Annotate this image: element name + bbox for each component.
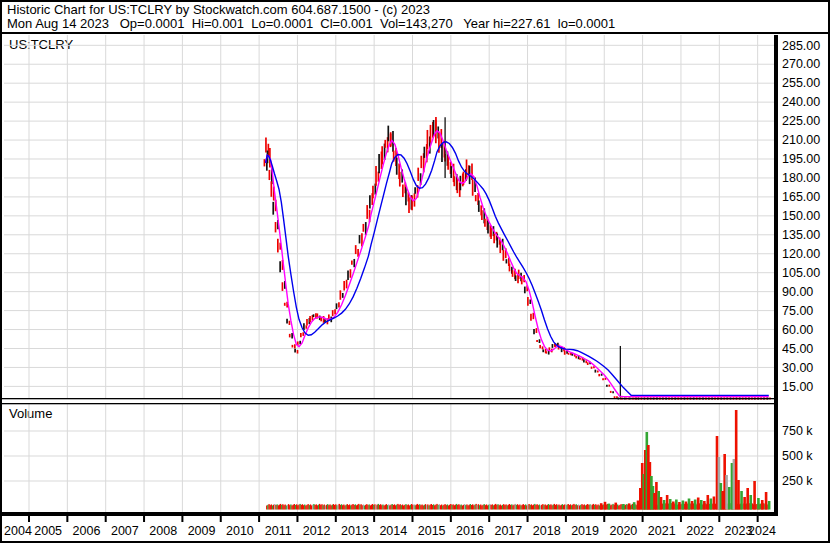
volume-bar bbox=[710, 499, 713, 510]
year-axis-label: 2005 bbox=[34, 524, 62, 538]
volume-bar bbox=[657, 491, 660, 510]
volume-bar bbox=[740, 491, 743, 510]
volume-bar bbox=[660, 497, 663, 510]
volume-bar bbox=[700, 500, 703, 510]
price-axis-label: 270.00 bbox=[782, 57, 820, 71]
year-axis-label: 2012 bbox=[303, 524, 331, 538]
x-axis-tick bbox=[450, 516, 452, 522]
price-axis-label: 150.00 bbox=[782, 209, 820, 223]
ma-slow-line bbox=[266, 142, 769, 396]
volume-axis-label: 500 k bbox=[782, 449, 813, 463]
year-axis-label: 2022 bbox=[686, 524, 714, 538]
year-axis-label: 2017 bbox=[494, 524, 522, 538]
volume-bar bbox=[746, 488, 749, 510]
year-axis-label: 2018 bbox=[533, 524, 561, 538]
x-axis-tick bbox=[565, 516, 567, 522]
year-axis-label: 2021 bbox=[648, 524, 676, 538]
volume-bar bbox=[604, 502, 607, 510]
year-axis-label: 2006 bbox=[73, 524, 101, 538]
volume-bar bbox=[735, 410, 738, 510]
ma-fast-line bbox=[266, 131, 769, 397]
volume-bar bbox=[637, 501, 640, 510]
price-axis-label: 285.00 bbox=[782, 39, 820, 53]
price-axis-label: 75.00 bbox=[782, 304, 813, 318]
volume-bar bbox=[753, 481, 756, 510]
volume-axis-label: 250 k bbox=[782, 474, 813, 488]
volume-bar bbox=[663, 500, 666, 510]
year-axis-label: 2009 bbox=[188, 524, 216, 538]
year-axis-label: 2015 bbox=[418, 524, 446, 538]
volume-bar bbox=[765, 492, 768, 510]
price-axis-label: 60.00 bbox=[782, 323, 813, 337]
price-axis-label: 45.00 bbox=[782, 342, 813, 356]
price-axis-label: 195.00 bbox=[782, 152, 820, 166]
volume-panel-top-border bbox=[2, 403, 778, 404]
x-axis-tick bbox=[488, 516, 490, 522]
x-axis-tick bbox=[296, 516, 298, 522]
volume-bar bbox=[633, 502, 636, 509]
volume-bar bbox=[614, 503, 617, 510]
price-axis-label: 180.00 bbox=[782, 171, 820, 185]
x-axis-tick bbox=[181, 516, 183, 522]
year-axis-label: 2013 bbox=[341, 524, 369, 538]
price-axis-label: 15.00 bbox=[782, 380, 813, 394]
volume-bar bbox=[666, 495, 669, 510]
x-axis-tick bbox=[603, 516, 605, 522]
x-axis-band bbox=[2, 512, 778, 516]
volume-bar bbox=[703, 501, 706, 510]
volume-bar bbox=[622, 504, 625, 510]
price-axis-label: 105.00 bbox=[782, 266, 820, 280]
price-axis-label: 135.00 bbox=[782, 228, 820, 242]
x-axis-tick bbox=[680, 516, 682, 522]
year-axis-label: 2014 bbox=[379, 524, 407, 538]
x-axis-tick bbox=[718, 516, 720, 522]
volume-axis-label: 750 k bbox=[782, 424, 813, 438]
volume-bar bbox=[675, 500, 678, 510]
historic-chart-window: Historic Chart for US:TCLRY by Stockwatc… bbox=[0, 0, 830, 543]
volume-bar bbox=[600, 503, 603, 509]
year-axis-label: 2024 bbox=[748, 524, 776, 538]
x-axis-tick bbox=[757, 516, 759, 522]
volume-bar bbox=[655, 482, 658, 510]
volume-bar bbox=[669, 499, 672, 510]
year-axis-label: 2007 bbox=[111, 524, 139, 538]
year-axis-label: 2020 bbox=[610, 524, 638, 538]
volume-bar bbox=[733, 459, 736, 510]
volume-bar bbox=[678, 502, 681, 510]
volume-bar bbox=[737, 480, 740, 510]
volume-bar bbox=[697, 498, 700, 510]
price-axis-label: 90.00 bbox=[782, 285, 813, 299]
price-axis-label: 165.00 bbox=[782, 190, 820, 204]
year-axis-label: 2011 bbox=[265, 524, 292, 538]
x-axis-tick bbox=[220, 516, 222, 522]
volume-bar bbox=[749, 495, 752, 510]
volume-bar bbox=[706, 495, 709, 510]
year-axis-label: 2010 bbox=[226, 524, 254, 538]
volume-bar bbox=[725, 475, 728, 510]
volume-bar bbox=[672, 502, 675, 510]
year-axis-label: 2008 bbox=[149, 524, 177, 538]
volume-bar bbox=[688, 499, 691, 510]
price-axis-label: 120.00 bbox=[782, 247, 820, 261]
x-axis-tick bbox=[527, 516, 529, 522]
year-axis-label: 2016 bbox=[456, 524, 484, 538]
x-axis-tick bbox=[143, 516, 145, 522]
x-axis-tick bbox=[335, 516, 337, 522]
volume-bar bbox=[768, 501, 771, 510]
price-axis-label: 240.00 bbox=[782, 95, 820, 109]
volume-bar bbox=[685, 502, 688, 510]
x-axis-tick bbox=[66, 516, 68, 522]
volume-bar bbox=[682, 501, 685, 510]
price-axis-label: 30.00 bbox=[782, 361, 813, 375]
volume-bar bbox=[743, 497, 746, 510]
volume-bar bbox=[713, 497, 716, 510]
chart-canvas: 285.00270.00255.00240.00225.00210.00195.… bbox=[2, 2, 830, 543]
price-panel-bottom-border bbox=[2, 398, 778, 399]
x-axis-tick bbox=[412, 516, 414, 522]
x-axis-tick bbox=[373, 516, 375, 522]
volume-bar bbox=[694, 500, 697, 510]
x-axis-tick bbox=[105, 516, 107, 522]
volume-bar bbox=[691, 501, 694, 510]
year-axis-label: 2019 bbox=[571, 524, 599, 538]
x-axis-tick bbox=[258, 516, 260, 522]
